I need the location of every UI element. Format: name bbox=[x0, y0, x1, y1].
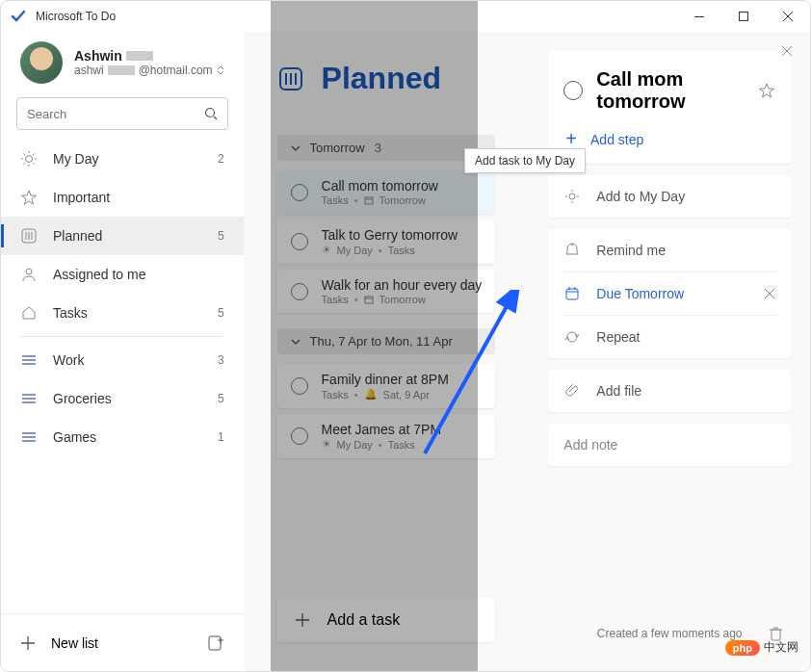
nav-list: My Day 2 Important Planned 5 Assigned to… bbox=[1, 140, 244, 613]
new-list-button[interactable]: New list bbox=[51, 635, 192, 651]
star-icon[interactable] bbox=[758, 82, 775, 99]
search-icon bbox=[204, 107, 218, 120]
close-button[interactable] bbox=[766, 1, 810, 32]
nav-item-groceries[interactable]: Groceries 5 bbox=[1, 379, 244, 418]
sun-icon bbox=[20, 150, 38, 168]
svg-rect-0 bbox=[694, 16, 704, 17]
profile-email-suffix: @hotmail.com bbox=[139, 64, 213, 77]
group-count: 3 bbox=[375, 141, 381, 155]
repeat-icon bbox=[563, 329, 581, 345]
svg-point-35 bbox=[569, 194, 575, 199]
nav-count: 5 bbox=[218, 229, 224, 243]
task-item[interactable]: Walk for an hour every day Tasks•Tomorro… bbox=[277, 270, 496, 313]
close-icon[interactable] bbox=[781, 45, 793, 57]
list-icon bbox=[20, 390, 38, 407]
clear-icon[interactable] bbox=[764, 288, 775, 299]
task-title: Talk to Gerry tomorrow bbox=[322, 227, 483, 243]
add-task-input[interactable]: Add a task bbox=[277, 598, 496, 642]
add-note-input[interactable]: Add note bbox=[548, 424, 791, 466]
plus-icon bbox=[20, 635, 36, 651]
task-meta: ☀My Day•Tasks bbox=[322, 244, 483, 256]
add-step-label: Add step bbox=[590, 132, 643, 147]
search-box[interactable] bbox=[16, 97, 228, 130]
row-label: Due Tomorrow bbox=[596, 286, 748, 301]
sidebar: Ashwin ashwi@hotmail.com My Day 2 Import… bbox=[1, 32, 244, 671]
planned-icon bbox=[277, 65, 304, 92]
task-checkbox[interactable] bbox=[291, 184, 308, 201]
chevron-updown-icon bbox=[217, 65, 224, 75]
nav-item-planned[interactable]: Planned 5 bbox=[1, 217, 244, 255]
task-item[interactable]: Family dinner at 8PM Tasks•🔔Sat, 9 Apr bbox=[277, 364, 496, 408]
detail-task-title[interactable]: Call mom tomorrow bbox=[596, 68, 745, 113]
star-icon bbox=[20, 189, 38, 206]
profile-name: Ashwin bbox=[74, 48, 122, 64]
task-checkbox[interactable] bbox=[563, 81, 583, 100]
tooltip: Add task to My Day bbox=[464, 148, 586, 173]
repeat-button[interactable]: Repeat bbox=[548, 316, 791, 358]
app-title: Microsoft To Do bbox=[36, 10, 677, 23]
nav-item-tasks[interactable]: Tasks 5 bbox=[1, 294, 244, 332]
task-meta: ☀My Day•Tasks bbox=[322, 438, 483, 451]
main-area: Planned Tomorrow 3 Call mom tomorrow Tas… bbox=[244, 32, 530, 671]
titlebar: Microsoft To Do bbox=[1, 1, 810, 32]
task-checkbox[interactable] bbox=[291, 427, 308, 445]
remind-me-button[interactable]: Remind me bbox=[548, 229, 791, 271]
chevron-down-icon bbox=[291, 143, 301, 153]
nav-item-myday[interactable]: My Day 2 bbox=[1, 140, 244, 178]
profile[interactable]: Ashwin ashwi@hotmail.com bbox=[1, 32, 244, 97]
watermark-text: 中文网 bbox=[764, 639, 798, 656]
home-icon bbox=[20, 304, 38, 322]
nav-item-assigned[interactable]: Assigned to me bbox=[1, 255, 244, 294]
row-label: Remind me bbox=[596, 243, 775, 258]
planned-icon bbox=[20, 227, 38, 245]
new-group-icon[interactable] bbox=[207, 634, 224, 652]
svg-point-40 bbox=[571, 244, 573, 246]
svg-point-3 bbox=[26, 156, 33, 163]
detail-panel: Call mom tomorrow + Add step Add to My D… bbox=[529, 32, 810, 671]
task-item[interactable]: Meet James at 7PM ☀My Day•Tasks bbox=[277, 414, 496, 458]
nav-count: 3 bbox=[218, 353, 224, 367]
search-input[interactable] bbox=[27, 107, 204, 121]
watermark: php 中文网 bbox=[725, 639, 798, 656]
chevron-down-icon bbox=[291, 337, 301, 347]
task-title: Walk for an hour every day bbox=[322, 277, 483, 293]
group-label: Thu, 7 Apr to Mon, 11 Apr bbox=[310, 334, 453, 349]
nav-label: Tasks bbox=[53, 305, 202, 321]
calendar-icon bbox=[563, 286, 581, 301]
task-item[interactable]: Call mom tomorrow Tasks•Tomorrow bbox=[277, 170, 496, 214]
svg-point-16 bbox=[26, 269, 32, 274]
note-placeholder: Add note bbox=[563, 437, 617, 452]
svg-rect-26 bbox=[209, 636, 221, 650]
group-header[interactable]: Thu, 7 Apr to Mon, 11 Apr bbox=[277, 328, 496, 354]
user-icon bbox=[20, 266, 38, 283]
group-header[interactable]: Tomorrow 3 bbox=[277, 135, 496, 161]
nav-item-important[interactable]: Important bbox=[1, 178, 244, 217]
row-label: Add file bbox=[596, 383, 775, 399]
task-item[interactable]: Talk to Gerry tomorrow ☀My Day•Tasks bbox=[277, 220, 496, 264]
nav-label: Important bbox=[53, 190, 224, 205]
task-checkbox[interactable] bbox=[291, 233, 308, 250]
plus-icon: + bbox=[565, 128, 577, 150]
task-title: Call mom tomorrow bbox=[322, 178, 483, 194]
row-label: Add to My Day bbox=[596, 189, 775, 204]
due-date-button[interactable]: Due Tomorrow bbox=[548, 272, 791, 315]
svg-line-11 bbox=[33, 154, 35, 156]
task-meta: Tasks•Tomorrow bbox=[322, 194, 483, 206]
task-checkbox[interactable] bbox=[291, 377, 308, 395]
avatar bbox=[20, 41, 63, 84]
plus-icon bbox=[295, 612, 310, 628]
nav-item-work[interactable]: Work 3 bbox=[1, 341, 244, 379]
svg-rect-1 bbox=[740, 13, 748, 21]
add-file-button[interactable]: Add file bbox=[548, 370, 791, 412]
nav-item-games[interactable]: Games 1 bbox=[1, 418, 244, 456]
sun-icon bbox=[563, 189, 581, 204]
minimize-button[interactable] bbox=[677, 1, 721, 32]
maximize-button[interactable] bbox=[721, 1, 766, 32]
nav-label: Games bbox=[53, 429, 202, 445]
created-label: Created a few moments ago bbox=[597, 627, 743, 640]
task-checkbox[interactable] bbox=[291, 283, 308, 300]
add-to-myday-button[interactable]: Add to My Day bbox=[548, 175, 791, 218]
redacted-surname bbox=[126, 51, 153, 61]
svg-point-2 bbox=[205, 109, 214, 117]
svg-line-10 bbox=[24, 163, 26, 165]
